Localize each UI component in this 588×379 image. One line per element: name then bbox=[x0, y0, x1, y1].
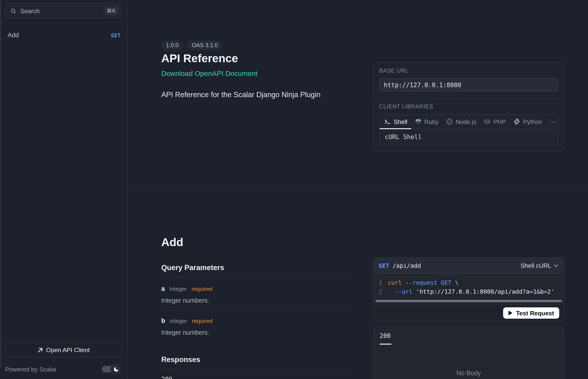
parameter-type: integer bbox=[170, 286, 187, 292]
client-libraries-section: CLIENT LIBRARIES Shell bbox=[373, 98, 564, 151]
test-request-button[interactable]: Test Request bbox=[503, 307, 559, 319]
query-parameters-heading: Query Parameters bbox=[161, 264, 224, 272]
request-example-footer: Test Request bbox=[373, 304, 564, 321]
sidebar-footer: Powered by Scalar bbox=[0, 363, 127, 379]
sidebar-item-label: Add bbox=[8, 32, 111, 39]
toggle-knob bbox=[110, 363, 122, 375]
tab-label: Node.js bbox=[456, 118, 477, 125]
responses-heading: Responses bbox=[161, 355, 200, 364]
download-openapi-link[interactable]: Download OpenAPI Document bbox=[161, 69, 258, 77]
tab-label: Shell bbox=[394, 118, 407, 125]
base-url-label: BASE URL bbox=[379, 67, 558, 74]
request-example-card: GET /api/add Shell cURL 1 curl --request bbox=[373, 257, 564, 321]
code-block: 1 curl --request GET \ 2 --url 'http://1… bbox=[373, 274, 564, 304]
tab-label: Ruby bbox=[424, 118, 439, 125]
python-icon bbox=[513, 118, 520, 125]
language-selector-value: Shell cURL bbox=[521, 262, 551, 269]
tab-shell[interactable]: Shell bbox=[384, 114, 407, 129]
response-example-card: 200 No Body bbox=[373, 327, 564, 379]
code-token-url-string: 'http://127.0.0.1:8000/api/add?a=1&b=2' bbox=[416, 287, 554, 296]
code-token-flag: --request bbox=[405, 278, 441, 287]
code-token-curl: curl bbox=[388, 278, 405, 287]
external-arrow-icon bbox=[37, 347, 43, 353]
sidebar-spacer bbox=[0, 42, 127, 343]
divider bbox=[161, 370, 352, 370]
dark-mode-toggle[interactable] bbox=[102, 363, 122, 375]
svg-text:JS: JS bbox=[448, 120, 451, 123]
request-path: /api/add bbox=[393, 262, 421, 269]
client-libraries-label: CLIENT LIBRARIES bbox=[379, 103, 558, 110]
parameter-required-badge: required bbox=[191, 286, 212, 292]
divider bbox=[161, 277, 352, 277]
parameter-row-a: a integer required bbox=[161, 285, 212, 292]
sidebar-item-add[interactable]: Add GET bbox=[0, 29, 127, 42]
parameter-row-b: b integer required bbox=[161, 317, 213, 324]
more-libraries-button[interactable]: ⋯ bbox=[550, 118, 557, 126]
intro-section: 1.0.0 OAS 3.1.0 API Reference Download O… bbox=[127, 0, 588, 190]
tab-python[interactable]: Python bbox=[513, 114, 542, 129]
code-token-method: GET bbox=[441, 278, 455, 287]
base-url-input[interactable]: http://127.0.0.1:8000 bbox=[379, 78, 558, 92]
version-badge: 1.0.0 bbox=[161, 41, 183, 50]
parameter-description: Integer numbers. bbox=[161, 329, 209, 336]
tab-nodejs[interactable]: JS Node.js bbox=[446, 114, 477, 129]
parameter-type: integer bbox=[170, 318, 187, 324]
ruby-gem-icon bbox=[415, 118, 422, 125]
parameter-name: b bbox=[161, 317, 165, 324]
play-icon bbox=[509, 311, 513, 315]
badges-row: 1.0.0 OAS 3.1.0 bbox=[161, 41, 222, 50]
code-token-flag: --url bbox=[395, 287, 416, 296]
chevron-down-icon bbox=[554, 263, 559, 268]
parameter-name: a bbox=[161, 285, 165, 292]
search-input[interactable]: Search ⌘K bbox=[5, 3, 122, 18]
page-title: API Reference bbox=[161, 52, 238, 65]
request-example-header: GET /api/add Shell cURL bbox=[373, 258, 564, 274]
api-description: API Reference for the Scalar Django Ninj… bbox=[161, 91, 350, 99]
nodejs-hexagon-icon: JS bbox=[446, 118, 453, 125]
oas-version-badge: OAS 3.1.0 bbox=[187, 41, 222, 50]
response-example-header: 200 bbox=[373, 327, 564, 345]
terminal-icon bbox=[384, 118, 391, 125]
http-method-badge: GET bbox=[111, 32, 121, 38]
search-shortcut-kbd: ⌘K bbox=[104, 6, 119, 16]
search-icon bbox=[10, 8, 16, 14]
client-library-tabs: Shell Ruby JS bbox=[380, 114, 558, 129]
response-code-item[interactable]: 200 bbox=[161, 376, 172, 379]
code-token-continuation: \ bbox=[455, 278, 459, 287]
parameter-required-badge: required bbox=[192, 318, 213, 324]
tab-label: PHP bbox=[493, 118, 506, 125]
open-api-client-label: Open API Client bbox=[46, 347, 90, 354]
code-line-2: 2 --url 'http://127.0.0.1:8000/api/add?a… bbox=[373, 287, 564, 296]
main-content: 1.0.0 OAS 3.1.0 API Reference Download O… bbox=[127, 0, 588, 379]
operation-title: Add bbox=[161, 236, 183, 249]
base-url-section: BASE URL http://127.0.0.1:8000 bbox=[373, 62, 564, 97]
parameter-description: Integer numbers. bbox=[161, 297, 209, 304]
moon-icon bbox=[113, 366, 119, 372]
server-card: BASE URL http://127.0.0.1:8000 CLIENT LI… bbox=[373, 62, 564, 152]
tab-label: Python bbox=[523, 118, 542, 125]
svg-text:php: php bbox=[485, 120, 490, 123]
powered-by-scalar-link[interactable]: Powered by Scalar bbox=[5, 365, 57, 373]
test-request-label: Test Request bbox=[516, 309, 554, 316]
api-reference-page: Search ⌘K Add GET Open API Client Powere… bbox=[0, 0, 588, 379]
response-status-tab[interactable]: 200 bbox=[380, 332, 391, 339]
language-selector-dropdown[interactable]: Shell cURL bbox=[521, 262, 559, 269]
selected-snippet-label[interactable]: cURL Shell bbox=[380, 129, 558, 145]
request-method: GET bbox=[379, 262, 389, 269]
open-api-client-button[interactable]: Open API Client bbox=[5, 343, 122, 357]
line-number: 2 bbox=[373, 287, 388, 296]
code-token-indent bbox=[388, 287, 395, 296]
horizontal-scrollbar[interactable] bbox=[375, 300, 562, 302]
line-number: 1 bbox=[373, 278, 388, 287]
search-placeholder: Search bbox=[20, 7, 104, 14]
operation-section: Add Query Parameters a integer required … bbox=[127, 190, 588, 379]
tab-php[interactable]: php PHP bbox=[484, 114, 506, 129]
sidebar: Search ⌘K Add GET Open API Client Powere… bbox=[0, 0, 127, 379]
no-body-label: No Body bbox=[456, 369, 481, 376]
php-icon: php bbox=[484, 118, 491, 125]
client-libraries-box: Shell Ruby JS bbox=[379, 114, 558, 145]
divider bbox=[161, 310, 352, 311]
response-body: No Body bbox=[373, 345, 564, 379]
code-line-1: 1 curl --request GET \ bbox=[373, 278, 564, 287]
tab-ruby[interactable]: Ruby bbox=[415, 114, 439, 129]
